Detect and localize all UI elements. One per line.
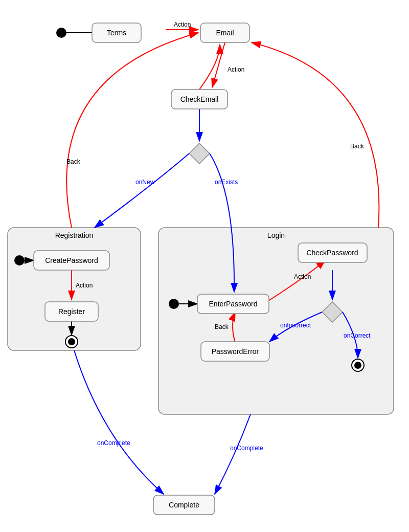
label-oncomplete-login: onComplete xyxy=(230,445,263,452)
label-oncomplete-reg: onComplete xyxy=(97,439,130,447)
complete-label: Complete xyxy=(169,501,199,509)
label-onnew: onNew xyxy=(135,179,155,186)
passworderror-label: PasswordError xyxy=(212,347,259,356)
initial-dot-terms xyxy=(56,28,66,38)
checkemail-label: CheckEmail xyxy=(180,95,219,103)
label-back-reg: Back xyxy=(66,158,81,165)
register-label: Register xyxy=(58,307,85,316)
end-state-reg-inner xyxy=(68,338,75,345)
edge-oncomplete-reg xyxy=(74,350,164,494)
edge-checkemail-email xyxy=(199,45,220,90)
initial-dot-login xyxy=(169,299,179,309)
label-onexists: onExists xyxy=(215,179,238,186)
edge-oncomplete-login xyxy=(215,414,251,494)
label-terms-email: Action xyxy=(174,21,191,28)
email-label: Email xyxy=(216,29,234,37)
label-onincorrect: onIncorrect xyxy=(280,322,311,329)
label-action-login: Action xyxy=(294,273,311,280)
registration-label: Registration xyxy=(55,231,94,239)
enterpassword-label: EnterPassword xyxy=(209,300,258,308)
initial-dot-reg xyxy=(14,255,25,265)
decision-checkemail xyxy=(189,143,210,164)
label-back-passworderror: Back xyxy=(215,323,229,330)
edge-back-login-email xyxy=(252,42,379,228)
edge-back-reg-email xyxy=(66,33,198,228)
createpassword-label: CreatePassword xyxy=(45,256,98,264)
label-oncorrect: onCorrect xyxy=(344,332,371,339)
terms-label: Terms xyxy=(107,29,126,37)
registration-container xyxy=(8,228,141,350)
label-back-login: Back xyxy=(350,143,365,150)
checkpassword-label: CheckPassword xyxy=(306,249,358,257)
edge-onnew xyxy=(95,153,189,228)
label-checkemail-email: Action xyxy=(228,66,244,73)
login-label: Login xyxy=(267,231,285,239)
end-state-login-inner xyxy=(354,362,361,369)
label-action-reg: Action xyxy=(76,282,93,289)
